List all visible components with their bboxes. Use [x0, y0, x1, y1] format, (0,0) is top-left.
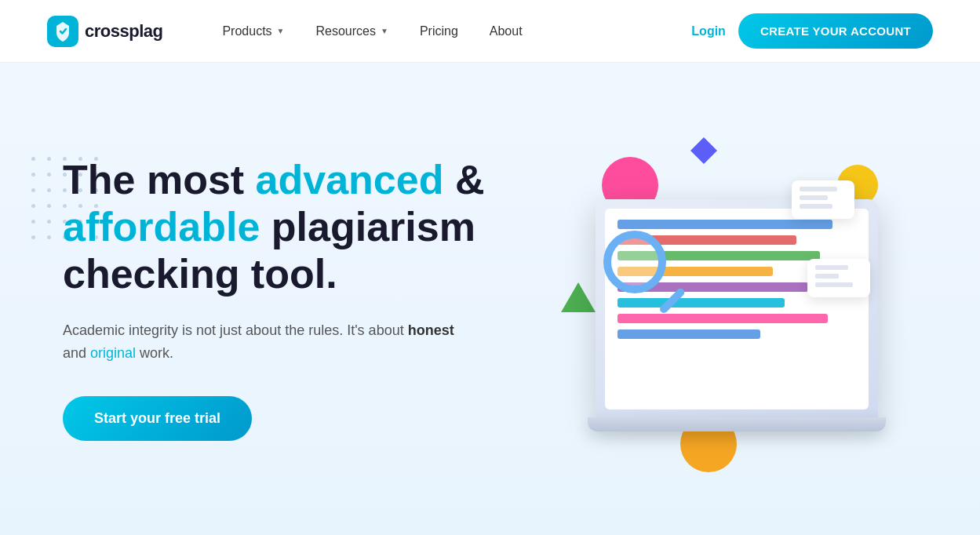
note-card-2: [807, 259, 870, 297]
note-card-1: [792, 180, 854, 219]
nav-resources[interactable]: Resources ▼: [303, 18, 400, 45]
screen-line-8: [618, 329, 760, 339]
login-button[interactable]: Login: [691, 24, 726, 38]
create-account-button[interactable]: CREATE YOUR ACCOUNT: [738, 13, 933, 49]
hero-content: The most advanced & affordable plagiaris…: [63, 157, 484, 441]
trial-button[interactable]: Start your free trial: [63, 396, 252, 441]
hero-subtitle: Academic integrity is not just about the…: [63, 319, 471, 365]
nav-products[interactable]: Products ▼: [209, 18, 297, 45]
screen-line-1: [618, 220, 832, 229]
resources-chevron-icon: ▼: [381, 27, 388, 35]
nav-pricing[interactable]: Pricing: [407, 18, 471, 45]
logo[interactable]: crossplag: [47, 16, 162, 47]
laptop-screen-outer: [596, 199, 878, 419]
hero-illustration: 〜: [470, 63, 980, 535]
navbar: crossplag Products ▼ Resources ▼ Pricing…: [0, 0, 980, 63]
magnifier-icon: [603, 231, 690, 317]
nav-right: Login CREATE YOUR ACCOUNT: [691, 13, 933, 49]
laptop-illustration: [572, 118, 902, 479]
products-chevron-icon: ▼: [277, 27, 285, 35]
hero-title: The most advanced & affordable plagiaris…: [63, 157, 484, 297]
laptop-base: [588, 417, 886, 431]
nav-links: Products ▼ Resources ▼ Pricing About: [209, 18, 691, 45]
brand-name: crossplag: [85, 21, 162, 42]
nav-about[interactable]: About: [477, 18, 535, 45]
logo-icon: [47, 16, 78, 47]
hero-section: The most advanced & affordable plagiaris…: [0, 63, 980, 535]
